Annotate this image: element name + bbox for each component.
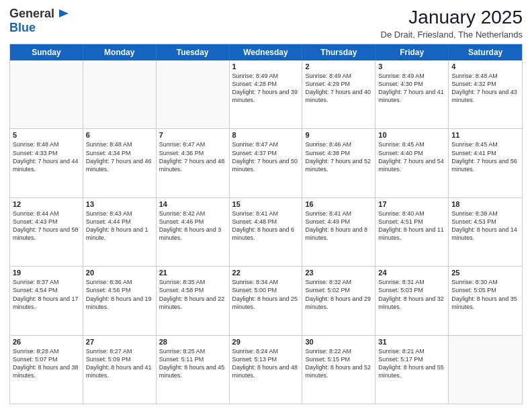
calendar-cell: 15Sunrise: 8:41 AM Sunset: 4:48 PM Dayli… (230, 198, 303, 266)
calendar-cell: 16Sunrise: 8:41 AM Sunset: 4:49 PM Dayli… (302, 198, 375, 266)
header-day-sunday: Sunday (10, 44, 83, 60)
calendar: SundayMondayTuesdayWednesdayThursdayFrid… (9, 44, 523, 404)
calendar-cell (10, 60, 83, 128)
day-number: 13 (86, 200, 153, 208)
day-number: 10 (378, 131, 445, 139)
week-row-3: 12Sunrise: 8:44 AM Sunset: 4:43 PM Dayli… (10, 198, 522, 267)
day-number: 11 (451, 131, 519, 139)
calendar-cell: 20Sunrise: 8:36 AM Sunset: 4:56 PM Dayli… (83, 267, 157, 334)
calendar-cell: 2Sunrise: 8:49 AM Sunset: 4:29 PM Daylig… (302, 60, 375, 128)
cell-info: Sunrise: 8:28 AM Sunset: 5:07 PM Dayligh… (13, 347, 80, 380)
cell-info: Sunrise: 8:21 AM Sunset: 5:17 PM Dayligh… (378, 347, 445, 380)
cell-info: Sunrise: 8:40 AM Sunset: 4:51 PM Dayligh… (378, 210, 445, 242)
day-number: 24 (378, 269, 445, 277)
calendar-cell: 13Sunrise: 8:43 AM Sunset: 4:44 PM Dayli… (83, 198, 157, 266)
cell-info: Sunrise: 8:36 AM Sunset: 4:56 PM Dayligh… (86, 278, 153, 311)
cell-info: Sunrise: 8:49 AM Sunset: 4:28 PM Dayligh… (232, 72, 300, 105)
day-number: 4 (451, 62, 519, 71)
cell-info: Sunrise: 8:35 AM Sunset: 4:58 PM Dayligh… (159, 278, 226, 311)
header: General Blue January 2025 De Drait, Frie… (9, 7, 523, 40)
cell-info: Sunrise: 8:48 AM Sunset: 4:33 PM Dayligh… (13, 140, 80, 173)
cell-info: Sunrise: 8:46 AM Sunset: 4:38 PM Dayligh… (305, 140, 372, 173)
calendar-cell: 30Sunrise: 8:22 AM Sunset: 5:15 PM Dayli… (302, 336, 375, 404)
header-day-friday: Friday (375, 44, 449, 60)
month-title: January 2025 (381, 7, 523, 28)
cell-info: Sunrise: 8:30 AM Sunset: 5:05 PM Dayligh… (451, 278, 519, 311)
title-block: January 2025 De Drait, Friesland, The Ne… (381, 7, 523, 40)
calendar-cell: 24Sunrise: 8:31 AM Sunset: 5:03 PM Dayli… (375, 267, 449, 334)
calendar-cell: 31Sunrise: 8:21 AM Sunset: 5:17 PM Dayli… (375, 336, 449, 404)
week-row-4: 19Sunrise: 8:37 AM Sunset: 4:54 PM Dayli… (10, 267, 522, 335)
day-number: 16 (305, 200, 372, 208)
day-number: 1 (232, 62, 300, 71)
header-day-thursday: Thursday (302, 44, 375, 60)
calendar-cell (83, 60, 157, 128)
cell-info: Sunrise: 8:45 AM Sunset: 4:41 PM Dayligh… (451, 140, 519, 173)
cell-info: Sunrise: 8:41 AM Sunset: 4:49 PM Dayligh… (305, 210, 372, 242)
cell-info: Sunrise: 8:45 AM Sunset: 4:40 PM Dayligh… (378, 140, 445, 173)
calendar-cell (449, 336, 522, 404)
cell-info: Sunrise: 8:42 AM Sunset: 4:46 PM Dayligh… (159, 210, 226, 242)
cell-info: Sunrise: 8:44 AM Sunset: 4:43 PM Dayligh… (13, 210, 80, 242)
day-number: 9 (305, 131, 372, 139)
day-number: 6 (86, 131, 153, 139)
week-row-1: 1Sunrise: 8:49 AM Sunset: 4:28 PM Daylig… (10, 60, 522, 129)
calendar-cell: 27Sunrise: 8:27 AM Sunset: 5:09 PM Dayli… (83, 336, 157, 404)
calendar-cell: 6Sunrise: 8:48 AM Sunset: 4:34 PM Daylig… (83, 129, 157, 197)
cell-info: Sunrise: 8:38 AM Sunset: 4:53 PM Dayligh… (451, 210, 519, 242)
day-number: 30 (305, 338, 372, 346)
cell-info: Sunrise: 8:49 AM Sunset: 4:29 PM Dayligh… (305, 72, 372, 105)
calendar-cell: 17Sunrise: 8:40 AM Sunset: 4:51 PM Dayli… (375, 198, 449, 266)
page: General Blue January 2025 De Drait, Frie… (0, 0, 532, 411)
header-day-tuesday: Tuesday (157, 44, 230, 60)
calendar-cell: 25Sunrise: 8:30 AM Sunset: 5:05 PM Dayli… (449, 267, 522, 334)
day-number: 7 (159, 131, 226, 139)
logo-general-text: General (9, 7, 54, 21)
calendar-cell: 26Sunrise: 8:28 AM Sunset: 5:07 PM Dayli… (10, 336, 83, 404)
calendar-cell (157, 60, 230, 128)
day-number: 20 (86, 269, 153, 277)
day-number: 31 (378, 338, 445, 346)
header-day-saturday: Saturday (449, 44, 522, 60)
calendar-cell: 12Sunrise: 8:44 AM Sunset: 4:43 PM Dayli… (10, 198, 83, 266)
day-number: 2 (305, 62, 372, 71)
day-number: 15 (232, 200, 300, 208)
cell-info: Sunrise: 8:37 AM Sunset: 4:54 PM Dayligh… (13, 278, 80, 311)
calendar-cell: 19Sunrise: 8:37 AM Sunset: 4:54 PM Dayli… (10, 267, 83, 334)
cell-info: Sunrise: 8:25 AM Sunset: 5:11 PM Dayligh… (159, 347, 226, 380)
cell-info: Sunrise: 8:32 AM Sunset: 5:02 PM Dayligh… (305, 278, 372, 311)
calendar-cell: 8Sunrise: 8:47 AM Sunset: 4:37 PM Daylig… (230, 129, 303, 197)
cell-info: Sunrise: 8:49 AM Sunset: 4:30 PM Dayligh… (378, 72, 445, 105)
logo: General Blue (9, 7, 71, 35)
day-number: 26 (13, 338, 80, 346)
calendar-cell: 28Sunrise: 8:25 AM Sunset: 5:11 PM Dayli… (157, 336, 230, 404)
week-row-2: 5Sunrise: 8:48 AM Sunset: 4:33 PM Daylig… (10, 129, 522, 197)
header-day-monday: Monday (83, 44, 157, 60)
cell-info: Sunrise: 8:27 AM Sunset: 5:09 PM Dayligh… (86, 347, 153, 380)
day-number: 17 (378, 200, 445, 208)
day-number: 27 (86, 338, 153, 346)
calendar-cell: 21Sunrise: 8:35 AM Sunset: 4:58 PM Dayli… (157, 267, 230, 334)
calendar-cell: 14Sunrise: 8:42 AM Sunset: 4:46 PM Dayli… (157, 198, 230, 266)
day-number: 29 (232, 338, 300, 346)
cell-info: Sunrise: 8:31 AM Sunset: 5:03 PM Dayligh… (378, 278, 445, 311)
day-number: 5 (13, 131, 80, 139)
cell-info: Sunrise: 8:43 AM Sunset: 4:44 PM Dayligh… (86, 210, 153, 242)
calendar-body: 1Sunrise: 8:49 AM Sunset: 4:28 PM Daylig… (10, 60, 522, 404)
day-number: 19 (13, 269, 80, 277)
calendar-cell: 3Sunrise: 8:49 AM Sunset: 4:30 PM Daylig… (375, 60, 449, 128)
cell-info: Sunrise: 8:48 AM Sunset: 4:32 PM Dayligh… (451, 72, 519, 105)
calendar-cell: 1Sunrise: 8:49 AM Sunset: 4:28 PM Daylig… (230, 60, 303, 128)
calendar-cell: 7Sunrise: 8:47 AM Sunset: 4:36 PM Daylig… (157, 129, 230, 197)
day-number: 25 (451, 269, 519, 277)
calendar-cell: 5Sunrise: 8:48 AM Sunset: 4:33 PM Daylig… (10, 129, 83, 197)
day-number: 23 (305, 269, 372, 277)
cell-info: Sunrise: 8:47 AM Sunset: 4:36 PM Dayligh… (159, 140, 226, 173)
header-day-wednesday: Wednesday (230, 44, 303, 60)
day-number: 18 (451, 200, 519, 208)
calendar-cell: 23Sunrise: 8:32 AM Sunset: 5:02 PM Dayli… (302, 267, 375, 334)
calendar-cell: 18Sunrise: 8:38 AM Sunset: 4:53 PM Dayli… (449, 198, 522, 266)
day-number: 28 (159, 338, 226, 346)
cell-info: Sunrise: 8:48 AM Sunset: 4:34 PM Dayligh… (86, 140, 153, 173)
cell-info: Sunrise: 8:47 AM Sunset: 4:37 PM Dayligh… (232, 140, 300, 173)
